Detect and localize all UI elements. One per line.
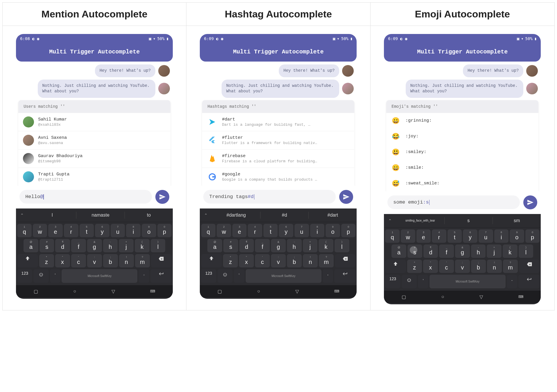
send-button[interactable] [155, 190, 169, 204]
key-p[interactable]: 0p [525, 229, 540, 243]
key-s[interactable]: #s [223, 239, 238, 252]
key-l[interactable]: )l [335, 239, 349, 252]
key-i[interactable]: 8i [494, 229, 509, 243]
key-d[interactable]: ₹d [55, 239, 70, 252]
key-o[interactable]: 9o [326, 224, 340, 237]
expand-icon[interactable]: ⌃ [200, 213, 212, 217]
key-p[interactable]: 0p [341, 224, 356, 237]
key-i[interactable]: 8i [126, 224, 141, 237]
space-key[interactable]: Microsoft SwiftKey [430, 275, 505, 288]
key-a[interactable]: @a [24, 239, 38, 252]
key-a[interactable]: @a [391, 244, 406, 258]
key-e[interactable]: 3e [416, 229, 431, 243]
key-d[interactable]: ₹d [423, 244, 438, 258]
key-p[interactable]: 0p [157, 224, 172, 237]
nav-back-icon[interactable]: ▽ [479, 294, 483, 300]
emoji-item[interactable]: 😃:smiley: [386, 144, 538, 160]
key-n[interactable]: !n [303, 254, 318, 267]
key-y[interactable]: 6y [95, 224, 109, 237]
key-h[interactable]: -h [471, 244, 486, 258]
suggestion[interactable]: #dart [309, 208, 357, 222]
key-q[interactable]: 1q [201, 224, 216, 237]
key-v[interactable]: :v [87, 254, 102, 267]
key-q[interactable]: 1q [385, 229, 400, 243]
emoji-key[interactable]: ☺ [33, 269, 48, 283]
key-k[interactable]: (k [135, 239, 150, 252]
key-o[interactable]: 9o [142, 224, 156, 237]
nav-recent-icon[interactable]: ▢ [34, 289, 38, 294]
key-i[interactable]: 8i [310, 224, 325, 237]
emoji-key[interactable]: ☺ [218, 269, 233, 283]
hashtag-item[interactable]: #flutterFlutter is a framework for build… [202, 131, 354, 149]
space-key[interactable]: Microsoft SwiftKey [246, 269, 321, 283]
key-e[interactable]: 3e [232, 224, 247, 237]
message-input[interactable]: some emoji :s [387, 195, 520, 209]
key-m[interactable]: ?m [319, 254, 334, 267]
key-k[interactable]: (k [319, 239, 333, 252]
suggestion[interactable]: smiling_face_with_tear [396, 215, 444, 226]
backspace-key[interactable] [151, 254, 172, 267]
nav-keyboard-icon[interactable]: ⌨ [518, 295, 523, 299]
key-b[interactable]: ;b [103, 254, 118, 267]
key-c[interactable]: 'c [439, 260, 454, 273]
mic-key[interactable]: , [50, 269, 61, 283]
send-button[interactable] [523, 195, 537, 209]
mention-item[interactable]: Gaurav Bhadouriya@itsmegb98 [18, 149, 170, 168]
period-key[interactable]: . [507, 275, 518, 288]
message-input[interactable]: Hello @ [19, 190, 152, 204]
key-a[interactable]: @a [207, 239, 222, 252]
message-input[interactable]: Trending tags #d [203, 190, 336, 204]
key-g[interactable]: &g [87, 239, 102, 252]
shift-key[interactable] [201, 254, 222, 267]
emoji-item[interactable]: 😅:sweat_smile: [386, 176, 538, 191]
key-o[interactable]: 9o [510, 229, 524, 243]
key-z[interactable]: *z [39, 254, 54, 267]
mic-key[interactable]: , [234, 269, 245, 283]
key-n[interactable]: !n [487, 260, 502, 273]
numbers-key[interactable]: 123 [201, 269, 216, 283]
key-r[interactable]: 4r [64, 224, 78, 237]
hashtag-item[interactable]: #dartDart is a language for building fas… [202, 113, 354, 131]
nav-keyboard-icon[interactable]: ⌨ [334, 289, 339, 293]
nav-recent-icon[interactable]: ▢ [402, 294, 406, 300]
key-b[interactable]: ;b [287, 254, 302, 267]
key-j[interactable]: +j [487, 244, 502, 258]
key-k[interactable]: (k [503, 244, 518, 258]
expand-icon[interactable]: ⌃ [16, 213, 28, 217]
key-t[interactable]: 5t [80, 224, 94, 237]
key-t[interactable]: 5t [263, 224, 278, 237]
suggestion[interactable]: namaste [76, 208, 124, 222]
emoji-key[interactable]: ☺ [402, 275, 417, 288]
backspace-key[interactable] [519, 260, 540, 273]
key-z[interactable]: *z [223, 254, 238, 267]
suggestion[interactable]: #dartlang [212, 208, 260, 222]
nav-home-icon[interactable]: ○ [73, 289, 76, 294]
key-h[interactable]: -h [287, 239, 302, 252]
key-s[interactable]: #s [39, 239, 54, 252]
key-v[interactable]: :v [271, 254, 286, 267]
backspace-key[interactable] [335, 254, 355, 267]
key-x[interactable]: "x [55, 254, 70, 267]
key-x[interactable]: "x [423, 260, 438, 273]
suggestion[interactable]: s [445, 214, 493, 227]
key-f[interactable]: _f [439, 244, 454, 258]
key-c[interactable]: 'c [71, 254, 86, 267]
numbers-key[interactable]: 123 [385, 275, 400, 288]
key-w[interactable]: 2w [401, 229, 415, 243]
key-q[interactable]: 1q [17, 224, 32, 237]
nav-recent-icon[interactable]: ▢ [218, 289, 222, 294]
suggestion[interactable]: #d [260, 208, 308, 222]
period-key[interactable]: . [323, 269, 333, 283]
enter-key[interactable] [150, 269, 172, 283]
key-n[interactable]: !n [119, 254, 134, 267]
emoji-item[interactable]: 😄:smile: [386, 160, 538, 176]
key-j[interactable]: +j [303, 239, 318, 252]
key-c[interactable]: 'c [255, 254, 270, 267]
key-e[interactable]: 3e [48, 224, 63, 237]
enter-key[interactable] [518, 275, 540, 288]
key-w[interactable]: 2w [217, 224, 231, 237]
key-t[interactable]: 5t [448, 229, 462, 243]
expand-icon[interactable]: ⌃ [384, 218, 396, 223]
key-z[interactable]: *z [407, 260, 422, 273]
suggestion[interactable]: to [125, 208, 173, 222]
